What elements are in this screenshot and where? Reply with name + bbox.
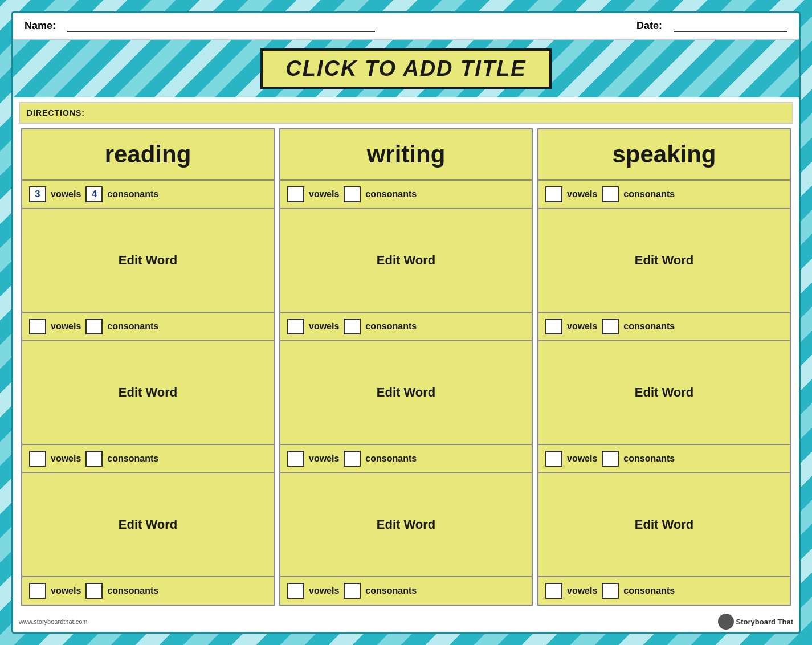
entry-consonants-reading-3[interactable] [85,583,103,599]
content-area: reading 3 vowels 4 consonants Edit Word … [13,128,799,611]
entry-group-speaking-3: Edit Word vowels consonants [538,473,790,605]
entry-group-writing-1: Edit Word vowels consonants [280,209,532,341]
entry-consonants-reading-1[interactable] [85,319,103,334]
entry-consonants-writing-3[interactable] [344,583,361,599]
entry-vowels-speaking-2[interactable] [545,451,562,467]
column-speaking: speaking vowels consonants Edit Word vow… [537,128,791,606]
entry-vowels-writing-1[interactable] [287,319,304,334]
entry-consonants-speaking-2[interactable] [602,451,619,467]
word-title-cell-reading: reading [22,129,274,181]
entry-group-reading-1: Edit Word vowels consonants [22,209,274,341]
entry-vowels-writing-3[interactable] [287,583,304,599]
entry-vowels-reading-1[interactable] [29,319,46,334]
footer: www.storyboardthat.com Storyboard That [13,611,799,632]
name-line[interactable] [67,21,375,32]
entry-group-writing-2: Edit Word vowels consonants [280,341,532,473]
entry-count-speaking-2: vowels consonants [538,445,790,472]
count-row-writing: vowels consonants [280,181,532,209]
consonants-count-reading[interactable]: 4 [85,186,103,202]
entry-count-reading-2: vowels consonants [22,445,274,472]
footer-brand: Storyboard That [736,618,793,626]
word-title-cell-writing: writing [280,129,532,181]
vowels-label-reading: vowels [51,189,81,199]
edit-word-writing-1[interactable]: Edit Word [280,209,532,313]
word-speaking[interactable]: speaking [612,141,716,168]
entry-count-writing-1: vowels consonants [280,313,532,340]
count-row-reading: 3 vowels 4 consonants [22,181,274,209]
entry-count-reading-3: vowels consonants [22,577,274,605]
title-box[interactable]: CLICK TO ADD TITLE [260,48,551,89]
entry-count-writing-3: vowels consonants [280,577,532,605]
directions-row: DIRECTIONS: [19,102,793,124]
entry-consonants-writing-1[interactable] [344,319,361,334]
consonants-count-writing[interactable] [344,186,361,202]
entry-group-writing-3: Edit Word vowels consonants [280,473,532,605]
entry-vowels-writing-2[interactable] [287,451,304,467]
entry-vowels-reading-2[interactable] [29,451,46,467]
edit-word-speaking-3[interactable]: Edit Word [538,473,790,577]
consonants-label-reading: consonants [107,189,158,199]
edit-word-speaking-1[interactable]: Edit Word [538,209,790,313]
consonants-count-speaking[interactable] [602,186,619,202]
entry-vowels-reading-3[interactable] [29,583,46,599]
entry-consonants-writing-2[interactable] [344,451,361,467]
entry-vowels-speaking-1[interactable] [545,319,562,334]
entry-group-reading-3: Edit Word vowels consonants [22,473,274,605]
main-container: Name: Date: CLICK TO ADD TITLE DIRECTION… [11,11,801,634]
entry-vowels-speaking-3[interactable] [545,583,562,599]
entry-consonants-speaking-1[interactable] [602,319,619,334]
count-row-speaking: vowels consonants [538,181,790,209]
entry-count-writing-2: vowels consonants [280,445,532,472]
entry-count-speaking-3: vowels consonants [538,577,790,605]
edit-word-reading-1[interactable]: Edit Word [22,209,274,313]
column-reading: reading 3 vowels 4 consonants Edit Word … [21,128,275,606]
date-label: Date: [636,20,662,32]
edit-word-reading-3[interactable]: Edit Word [22,473,274,577]
entry-consonants-speaking-3[interactable] [602,583,619,599]
word-reading[interactable]: reading [105,141,191,168]
entry-group-reading-2: Edit Word vowels consonants [22,341,274,473]
consonants-label-writing: consonants [365,189,417,199]
entry-count-reading-1: vowels consonants [22,313,274,340]
edit-word-reading-2[interactable]: Edit Word [22,341,274,445]
edit-word-writing-3[interactable]: Edit Word [280,473,532,577]
banner-area: CLICK TO ADD TITLE [13,40,799,97]
edit-word-writing-2[interactable]: Edit Word [280,341,532,445]
word-writing[interactable]: writing [367,141,446,168]
word-title-cell-speaking: speaking [538,129,790,181]
name-label: Name: [25,20,56,32]
vowels-label-speaking: vowels [567,189,597,199]
consonants-label-speaking: consonants [623,189,675,199]
storyboardthat-icon [718,614,734,630]
footer-logo: Storyboard That [718,614,793,630]
entry-consonants-reading-2[interactable] [85,451,103,467]
column-writing: writing vowels consonants Edit Word vowe… [279,128,533,606]
entry-group-speaking-2: Edit Word vowels consonants [538,341,790,473]
directions-label: DIRECTIONS: [27,108,85,117]
vowels-count-reading[interactable]: 3 [29,186,46,202]
vowels-count-writing[interactable] [287,186,304,202]
header-row: Name: Date: [13,13,799,40]
entry-group-speaking-1: Edit Word vowels consonants [538,209,790,341]
entry-count-speaking-1: vowels consonants [538,313,790,340]
vowels-count-speaking[interactable] [545,186,562,202]
footer-url: www.storyboardthat.com [19,618,87,625]
edit-word-speaking-2[interactable]: Edit Word [538,341,790,445]
date-line[interactable] [674,21,787,32]
vowels-label-writing: vowels [309,189,339,199]
